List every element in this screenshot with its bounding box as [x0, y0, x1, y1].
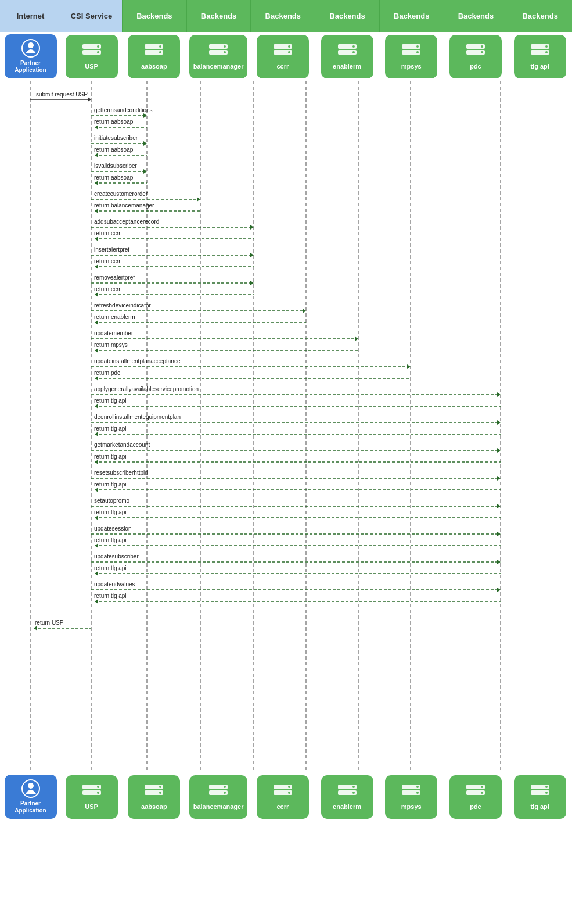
msg-label-34: return tlg api — [94, 565, 127, 571]
person-svg-bottom — [26, 782, 36, 795]
actor-mpsys-bottom: mpsys — [379, 775, 444, 819]
header-backends-2: Backends — [186, 0, 251, 32]
svg-point-3 — [97, 45, 99, 48]
svg-point-16 — [288, 51, 290, 53]
partner-card-bottom: PartnerApplication — [5, 775, 57, 819]
actor-partner-top: PartnerApplication — [0, 34, 61, 78]
bottom-actors-row: PartnerApplication USP — [0, 772, 572, 821]
svg-marker-115 — [95, 599, 98, 604]
mpsys-label-bottom: mpsys — [401, 803, 422, 810]
svg-marker-81 — [407, 364, 411, 369]
partner-card-top: PartnerApplication — [5, 34, 57, 78]
actor-enablerm-bottom: enablerm — [315, 775, 379, 819]
pdc-label-bottom: pdc — [470, 803, 481, 810]
actor-usp-bottom: USP — [61, 775, 122, 819]
msg-label-23: deenrollinstallmentequipmentplan — [94, 414, 181, 420]
aabsoap-label-top: aabsoap — [141, 63, 167, 70]
svg-marker-51 — [95, 153, 98, 157]
svg-marker-71 — [95, 292, 98, 297]
actor-ccrr-top: ccrr — [250, 34, 315, 78]
svg-marker-117 — [34, 626, 37, 631]
msg-label-12: return ccrr — [94, 258, 121, 264]
svg-point-20 — [352, 51, 355, 53]
msg-label-21: applygenerallyavailableservicepromotion — [94, 386, 199, 392]
usp-card-top: USP — [66, 35, 118, 78]
svg-marker-113 — [497, 588, 501, 592]
pdc-label-top: pdc — [470, 63, 481, 70]
svg-point-7 — [159, 45, 161, 48]
server-svg-balancemanager-top — [208, 43, 229, 60]
actor-pdc-top: pdc — [444, 34, 508, 78]
svg-point-125 — [159, 786, 161, 788]
msg-label-29: setautopromo — [94, 497, 130, 504]
header-backends-6: Backends — [444, 0, 508, 32]
aabsoap-card-bottom: aabsoap — [128, 775, 180, 819]
svg-point-118 — [28, 783, 34, 789]
svg-marker-111 — [95, 571, 98, 576]
server-svg-mpsys-bottom — [401, 783, 422, 801]
svg-point-133 — [288, 786, 290, 788]
msg-label-7: createcustomerorder — [94, 191, 148, 197]
msg-label-30: return tlg api — [94, 509, 127, 515]
header-internet: Internet — [0, 0, 61, 32]
ccrr-card-top: ccrr — [257, 35, 309, 78]
balancemanager-card-top: balancemanager — [189, 35, 247, 78]
server-svg-tlgapi-bottom — [530, 783, 551, 801]
enablerm-card-top: enablerm — [321, 35, 373, 78]
msg-label-31: updatesession — [94, 525, 132, 532]
msg-label-36: return tlg api — [94, 593, 127, 599]
svg-marker-69 — [250, 281, 254, 285]
svg-marker-89 — [497, 420, 501, 425]
actor-enablerm-top: enablerm — [315, 34, 379, 78]
svg-point-146 — [481, 792, 483, 794]
tlgapi-card-top: tlg api — [514, 35, 566, 78]
header-backends-5: Backends — [379, 0, 444, 32]
usp-card-bottom: USP — [66, 775, 118, 819]
svg-point-11 — [224, 45, 226, 48]
actor-pdc-bottom: pdc — [444, 775, 508, 819]
server-svg-balancemanager-bottom — [208, 783, 229, 801]
svg-point-32 — [545, 51, 548, 53]
svg-point-138 — [352, 792, 355, 794]
header-backends-3: Backends — [250, 0, 315, 32]
msg-label-20: return pdc — [94, 370, 120, 376]
svg-point-24 — [416, 51, 419, 53]
mpsys-card-top: mpsys — [385, 35, 437, 78]
svg-marker-61 — [250, 225, 254, 230]
mpsys-card-bottom: mpsys — [385, 775, 437, 819]
svg-marker-73 — [303, 309, 306, 313]
svg-point-23 — [416, 45, 419, 48]
server-svg-pdc-top — [465, 43, 486, 60]
aabsoap-label-bottom: aabsoap — [141, 803, 167, 810]
svg-marker-65 — [250, 253, 254, 257]
msg-label-6: return aabsoap — [94, 174, 134, 181]
mpsys-label-top: mpsys — [401, 63, 422, 70]
msg-label-17: updatemember — [94, 330, 134, 336]
partner-label-bottom: PartnerApplication — [15, 800, 46, 814]
enablerm-label-top: enablerm — [333, 63, 361, 70]
server-svg-usp-bottom — [81, 783, 102, 801]
tlgapi-card-bottom: tlg api — [514, 775, 566, 819]
msg-label-3: initiatesubscriber — [94, 135, 138, 141]
partner-icon-top — [21, 39, 40, 58]
server-svg-pdc-bottom — [465, 783, 486, 801]
msg-label-26: return tlg api — [94, 453, 127, 460]
actor-mpsys-top: mpsys — [379, 34, 444, 78]
ccrr-label-bottom: ccrr — [276, 803, 289, 810]
svg-marker-63 — [95, 237, 98, 241]
top-header-row: Internet CSI Service Backends Backends B… — [0, 0, 572, 32]
enablerm-card-bottom: enablerm — [321, 775, 373, 819]
svg-marker-55 — [95, 181, 98, 185]
svg-marker-101 — [497, 504, 501, 508]
actor-tlgapi-top: tlg api — [508, 34, 572, 78]
balancemanager-label-top: balancemanager — [193, 63, 244, 70]
header-backends-7: Backends — [508, 0, 572, 32]
svg-marker-53 — [143, 169, 147, 174]
top-actors-row: PartnerApplication USP — [0, 32, 572, 81]
partner-label-top: PartnerApplication — [15, 60, 46, 74]
msg-label-28: return tlg api — [94, 481, 127, 488]
msg-label-5: isvalidsubscriber — [94, 163, 138, 169]
actor-usp-top: USP — [61, 34, 122, 78]
sequence-svg: submit request USP gettermsandconditions… — [0, 81, 572, 772]
svg-marker-67 — [95, 264, 98, 269]
